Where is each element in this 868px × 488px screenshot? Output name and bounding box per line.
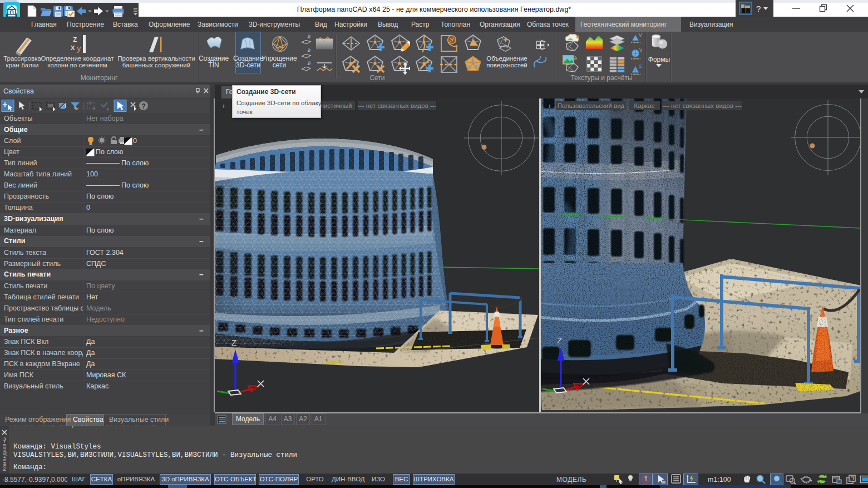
svg-text:V: V [639, 33, 642, 38]
svg-text:V: V [639, 48, 642, 53]
svg-text:Z: Z [231, 338, 236, 347]
svg-text:y: y [77, 43, 81, 53]
svg-text:x: x [71, 42, 75, 52]
svg-text:?: ? [756, 4, 761, 13]
svg-text:Z: Z [557, 336, 562, 345]
svg-text:?: ? [142, 102, 146, 110]
svg-text:S: S [639, 64, 642, 69]
svg-text:m1:100: m1:100 [708, 476, 731, 484]
